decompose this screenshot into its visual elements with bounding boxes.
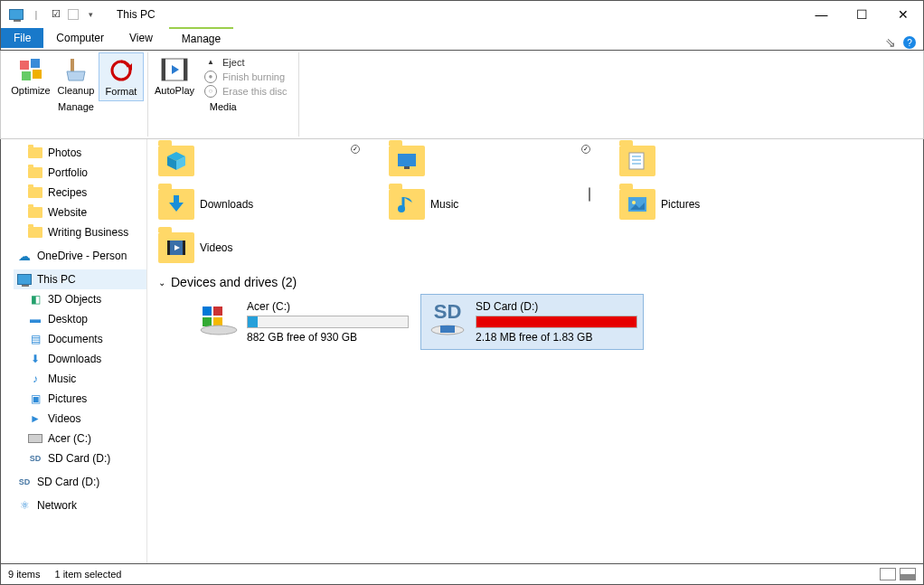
network-icon: ⚛ — [17, 498, 32, 513]
details-view-toggle[interactable] — [880, 568, 896, 580]
tree-item-label: Writing Business — [48, 226, 128, 239]
tree-item-label: Website — [48, 206, 87, 219]
folder-item[interactable] — [616, 139, 846, 183]
qat-dropdown-icon[interactable]: ▾ — [82, 6, 99, 23]
tree-item-label: SD Card (D:) — [37, 476, 99, 488]
autoplay-button[interactable]: AutoPlay — [152, 52, 197, 99]
folder-item-music[interactable]: Music — [385, 183, 616, 226]
media-group-label: Media — [210, 101, 237, 112]
ribbon: Optimize Cleanup Format Manage — [0, 51, 924, 139]
tab-computer[interactable]: Computer — [43, 28, 117, 48]
svg-rect-29 — [203, 307, 212, 316]
tree-item-photos[interactable]: Photos — [14, 143, 146, 163]
collapse-ribbon-icon[interactable]: ⇘ — [885, 35, 898, 50]
sync-check-icon: ✓ — [581, 145, 590, 154]
tree-item-documents[interactable]: ▤Documents — [14, 329, 146, 349]
drive-usage-bar — [247, 316, 409, 328]
content-pane[interactable]: ✓✓ DownloadsMusicPictures Videos ⌄ Devic… — [147, 139, 923, 563]
folder-icon — [28, 185, 42, 200]
drive-item-acer-c-[interactable]: Acer (C:)882 GB free of 930 GB — [193, 295, 414, 349]
tab-file[interactable]: File — [1, 28, 43, 48]
maximize-button[interactable]: ☐ — [842, 2, 882, 27]
folder-item-videos[interactable]: Videos — [155, 226, 385, 269]
tree-item-label: Photos — [48, 146, 81, 159]
tree-item-desktop[interactable]: ▬Desktop — [14, 309, 146, 329]
tree-item-onedrive-person[interactable]: ☁OneDrive - Person — [14, 246, 146, 266]
svg-rect-1 — [31, 59, 40, 68]
tab-manage[interactable]: Manage — [169, 27, 233, 49]
status-item-count: 9 items — [8, 569, 40, 580]
tree-item-label: Network — [37, 499, 77, 512]
optimize-icon — [17, 56, 44, 83]
sync-check-icon: ✓ — [351, 145, 360, 154]
folder-icon — [158, 232, 194, 263]
optimize-button[interactable]: Optimize — [8, 52, 53, 99]
drive-name: SD Card (D:) — [476, 300, 637, 313]
cleanup-button[interactable]: Cleanup — [53, 52, 99, 99]
qat-checkbox-icon[interactable]: ☑ — [48, 6, 64, 23]
tree-item-label: This PC — [37, 273, 76, 286]
tree-item-music[interactable]: ♪Music — [14, 369, 146, 389]
svg-rect-15 — [404, 166, 410, 169]
close-button[interactable]: ✕ — [882, 2, 923, 27]
folder-icon — [619, 189, 655, 220]
autoplay-label: AutoPlay — [155, 85, 194, 96]
minimize-button[interactable]: — — [801, 2, 842, 27]
navigation-pane[interactable]: PhotosPortfolioRecipesWebsiteWriting Bus… — [1, 139, 147, 563]
svg-point-33 — [201, 326, 237, 335]
tree-item-pictures[interactable]: ▣Pictures — [14, 389, 146, 409]
folder-label: Downloads — [200, 198, 253, 211]
cleanup-label: Cleanup — [58, 85, 95, 96]
tab-view[interactable]: View — [117, 28, 165, 48]
tree-item-label: Downloads — [48, 353, 101, 365]
folder-label: Videos — [200, 241, 232, 254]
folder-item[interactable]: ✓ — [385, 139, 616, 183]
music-icon: ♪ — [28, 372, 42, 386]
tree-item-sd-card-d-[interactable]: SDSD Card (D:) — [14, 472, 146, 492]
folder-item-downloads[interactable]: Downloads — [155, 183, 385, 226]
tree-item-label: Pictures — [48, 392, 87, 405]
drive-name: Acer (C:) — [247, 300, 409, 313]
tree-item-website[interactable]: Website — [14, 203, 146, 222]
tree-item-label: OneDrive - Person — [37, 250, 127, 262]
folder-item[interactable]: ✓ — [155, 139, 385, 183]
tree-item-label: Music — [48, 373, 76, 385]
format-button[interactable]: Format — [99, 52, 144, 101]
tree-item-writing-business[interactable]: Writing Business — [14, 222, 146, 242]
drive-free-text: 2.18 MB free of 1.83 GB — [476, 331, 637, 344]
tree-item-sd-card-d-[interactable]: SDSD Card (D:) — [14, 448, 146, 468]
drive-free-text: 882 GB free of 930 GB — [247, 331, 409, 344]
folder-label: Pictures — [661, 198, 700, 211]
svg-rect-8 — [162, 59, 165, 80]
tree-item-3d-objects[interactable]: ◧3D Objects — [14, 289, 146, 309]
autoplay-icon — [161, 56, 188, 83]
folder-item-pictures[interactable]: Pictures — [616, 183, 846, 226]
tree-item-label: Documents — [48, 333, 103, 345]
documents-icon: ▤ — [28, 332, 42, 346]
tree-item-downloads[interactable]: ⬇Downloads — [14, 349, 146, 369]
optimize-label: Optimize — [11, 85, 50, 96]
devices-section-header[interactable]: ⌄ Devices and drives (2) — [158, 275, 923, 289]
thumbnails-view-toggle[interactable] — [900, 568, 916, 580]
tree-item-this-pc[interactable]: This PC — [14, 269, 146, 289]
videos-icon: ► — [28, 411, 42, 426]
folder-icon — [389, 146, 425, 176]
tree-item-recipes[interactable]: Recipes — [14, 183, 146, 203]
chevron-down-icon: ⌄ — [158, 278, 165, 288]
drive-item-sd-card-d-[interactable]: SDSD Card (D:)2.18 MB free of 1.83 GB — [421, 295, 643, 349]
tree-item-label: 3D Objects — [48, 293, 101, 306]
tree-item-portfolio[interactable]: Portfolio — [14, 163, 146, 183]
desktop-icon: ▬ — [28, 312, 42, 326]
eject-button[interactable]: ▲ Eject — [204, 56, 288, 69]
qat-blank-icon[interactable] — [68, 9, 79, 20]
tree-item-acer-c-[interactable]: Acer (C:) — [14, 429, 146, 448]
tree-item-videos[interactable]: ►Videos — [14, 409, 146, 429]
svg-marker-20 — [169, 195, 184, 212]
folder-icon — [28, 146, 42, 160]
tree-item-network[interactable]: ⚛Network — [14, 495, 146, 515]
help-icon[interactable]: ? — [903, 36, 916, 49]
hdd-icon — [28, 431, 42, 446]
tree-item-label: Portfolio — [48, 166, 88, 179]
svg-rect-3 — [33, 70, 42, 79]
sd-icon: SD — [17, 475, 32, 489]
